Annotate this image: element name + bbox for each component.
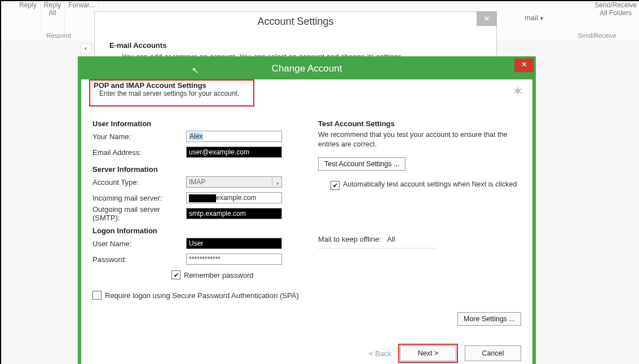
ribbon-email-label: mail xyxy=(525,14,538,22)
next-button-highlight: Next > xyxy=(398,344,458,363)
ribbon-reply-all-label2: All xyxy=(49,9,56,17)
mail-keep-label: Mail to keep offline: xyxy=(318,235,381,243)
pop-imap-heading: POP and IMAP Account Settings xyxy=(94,81,250,90)
email-accounts-heading: E-mail Accounts xyxy=(109,41,166,50)
change-account-titlebar: Change Account xyxy=(81,59,532,79)
ribbon-forward-label: Forwar... xyxy=(68,1,95,9)
test-settings-text: We recommend that you test your account … xyxy=(318,130,519,149)
ribbon-sr-l1: Send/Receive xyxy=(594,1,637,9)
your-name-value: Alex xyxy=(189,132,203,140)
server-info-heading: Server Information xyxy=(92,165,318,174)
outgoing-server-label: Outgoing mail server (SMTP): xyxy=(92,205,186,222)
email-address-value: user@example.com xyxy=(189,147,268,157)
incoming-server-input[interactable]: example.com xyxy=(186,192,282,203)
right-column: Test Account Settings We recommend that … xyxy=(318,116,519,248)
remember-password-label: Remember password xyxy=(184,271,254,279)
change-account-title: Change Account xyxy=(272,63,342,74)
account-type-select: IMAP▾ xyxy=(186,176,282,188)
account-type-label: Account Type: xyxy=(92,178,186,187)
auto-test-label: Automatically test account settings when… xyxy=(343,180,517,189)
nav-collapse-icon[interactable]: ‹ xyxy=(80,43,91,54)
your-name-label: Your Name: xyxy=(92,132,186,141)
chevron-down-icon: ▾ xyxy=(276,179,279,189)
outgoing-server-value: smtp.example.com xyxy=(189,208,257,219)
chevron-down-icon: ▼ xyxy=(539,16,544,21)
ribbon-email-dropdown[interactable]: mail▼ xyxy=(525,14,544,22)
account-settings-close-button[interactable]: ✕ xyxy=(477,11,497,26)
outgoing-server-input[interactable]: smtp.example.com xyxy=(186,208,282,219)
email-address-input[interactable]: user@example.com xyxy=(186,147,282,158)
remember-password-checkbox[interactable]: ✔ xyxy=(171,270,180,279)
mail-keep-value: All xyxy=(387,235,395,243)
ribbon-group-respond: Respond xyxy=(46,32,71,39)
logon-info-heading: Logon Information xyxy=(92,227,318,235)
account-settings-title: Account Settings xyxy=(95,12,496,31)
username-label: User Name: xyxy=(92,239,186,248)
cancel-button[interactable]: Cancel xyxy=(465,345,521,361)
spa-checkbox[interactable] xyxy=(92,291,102,300)
change-account-close-button[interactable]: ✕ xyxy=(514,59,534,72)
spa-label: Require logon using Secure Password Auth… xyxy=(105,291,299,300)
incoming-server-label: Incoming mail server: xyxy=(92,194,186,202)
wizard-click-icon: ✶ xyxy=(512,83,523,99)
password-label: Password: xyxy=(92,255,186,264)
incoming-server-value: example.com xyxy=(216,194,256,202)
username-input[interactable]: User xyxy=(186,238,282,249)
incoming-masked xyxy=(189,194,216,202)
your-name-input[interactable]: Alex xyxy=(186,131,282,142)
account-type-value: IMAP xyxy=(189,178,205,186)
mail-keep-slider[interactable] xyxy=(318,248,437,248)
auto-test-checkbox[interactable]: ✔ xyxy=(330,181,340,190)
password-value: ************ xyxy=(189,255,221,263)
ribbon-send-receive[interactable]: Send/ReceiveAll Folders xyxy=(591,1,639,35)
ribbon-reply-label: Reply xyxy=(19,1,37,9)
back-button: < Back xyxy=(369,349,391,358)
email-address-label: Email Address: xyxy=(92,148,186,157)
left-column: User Information Your Name: Alex Email A… xyxy=(92,116,318,305)
ribbon-reply[interactable]: Reply xyxy=(16,1,41,35)
ribbon-group-sendreceive: Send/Receive xyxy=(578,32,617,39)
ribbon-reply-all[interactable]: ReplyAll xyxy=(41,1,65,35)
password-input[interactable]: ************ xyxy=(186,254,282,265)
next-button[interactable]: Next > xyxy=(400,345,456,361)
username-value: User xyxy=(189,238,234,248)
ribbon-sr-l2: All Folders xyxy=(600,9,632,17)
dialog-header-highlight: POP and IMAP Account Settings Enter the … xyxy=(89,79,254,106)
test-settings-heading: Test Account Settings xyxy=(318,119,519,128)
pop-imap-sub: Enter the mail server settings for your … xyxy=(99,90,250,97)
dialog-footer: < Back Next > Cancel xyxy=(81,339,532,364)
ribbon-reply-all-label1: Reply xyxy=(44,1,61,9)
test-settings-button[interactable]: Test Account Settings ... xyxy=(318,157,406,171)
user-info-heading: User Information xyxy=(92,119,318,128)
change-account-dialog: Change Account ↖ ✕ POP and IMAP Account … xyxy=(78,56,536,364)
more-settings-button[interactable]: More Settings ... xyxy=(457,312,521,326)
